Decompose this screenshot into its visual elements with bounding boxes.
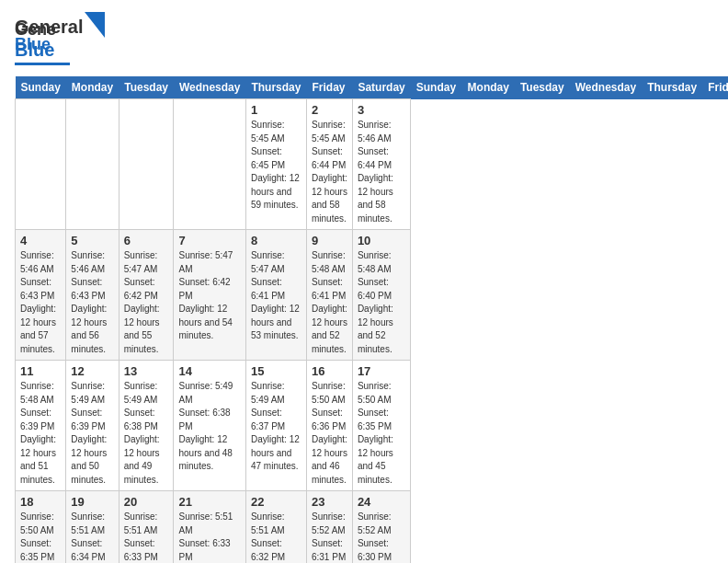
day-number: 11 <box>20 364 61 378</box>
calendar-cell: 13Sunrise: 5:49 AMSunset: 6:38 PMDayligh… <box>119 361 174 491</box>
calendar-cell: 2Sunrise: 5:45 AMSunset: 6:44 PMDaylight… <box>306 99 352 230</box>
calendar-cell <box>119 99 174 230</box>
day-info: Sunrise: 5:49 AMSunset: 6:38 PMDaylight:… <box>124 380 169 487</box>
logo-blue-text: Blue <box>15 40 54 60</box>
day-info: Sunrise: 5:51 AMSunset: 6:33 PMDaylight:… <box>178 511 240 563</box>
calendar-cell: 11Sunrise: 5:48 AMSunset: 6:39 PMDayligh… <box>16 361 66 491</box>
day-number: 12 <box>71 364 113 378</box>
day-number: 2 <box>312 103 347 117</box>
calendar-week-row: 1Sunrise: 5:45 AMSunset: 6:45 PMDaylight… <box>16 99 729 230</box>
calendar-cell: 3Sunrise: 5:46 AMSunset: 6:44 PMDaylight… <box>352 99 410 230</box>
day-number: 19 <box>71 495 113 509</box>
calendar-cell: 8Sunrise: 5:47 AMSunset: 6:41 PMDaylight… <box>245 230 306 361</box>
day-number: 4 <box>20 234 61 247</box>
col-header-friday: Friday <box>702 76 728 99</box>
calendar-week-row: 4Sunrise: 5:46 AMSunset: 6:43 PMDaylight… <box>16 230 729 361</box>
calendar-week-row: 11Sunrise: 5:48 AMSunset: 6:39 PMDayligh… <box>16 361 729 491</box>
day-info: Sunrise: 5:49 AMSunset: 6:39 PMDaylight:… <box>71 380 113 487</box>
logo-line <box>15 63 70 65</box>
logo-arrow-icon <box>85 12 105 38</box>
day-info: Sunrise: 5:48 AMSunset: 6:41 PMDaylight:… <box>312 249 347 356</box>
col-header-wednesday: Wednesday <box>174 76 245 99</box>
day-info: Sunrise: 5:46 AMSunset: 6:44 PMDaylight:… <box>358 119 405 225</box>
day-number: 16 <box>312 364 347 378</box>
day-number: 14 <box>178 364 240 378</box>
col-header-saturday: Saturday <box>352 76 410 99</box>
calendar-header-row: SundayMondayTuesdayWednesdayThursdayFrid… <box>16 76 729 99</box>
day-info: Sunrise: 5:52 AMSunset: 6:31 PMDaylight:… <box>312 511 347 563</box>
day-number: 21 <box>178 495 240 509</box>
day-info: Sunrise: 5:47 AMSunset: 6:42 PMDaylight:… <box>178 249 240 343</box>
col-header-thursday: Thursday <box>642 76 702 99</box>
calendar-cell: 22Sunrise: 5:51 AMSunset: 6:32 PMDayligh… <box>245 491 306 564</box>
col-header-monday: Monday <box>66 76 119 99</box>
col-header-sunday: Sunday <box>16 76 66 99</box>
col-header-tuesday: Tuesday <box>119 76 174 99</box>
calendar-cell: 18Sunrise: 5:50 AMSunset: 6:35 PMDayligh… <box>16 491 66 564</box>
calendar-cell: 24Sunrise: 5:52 AMSunset: 6:30 PMDayligh… <box>352 491 410 564</box>
calendar-cell: 15Sunrise: 5:49 AMSunset: 6:37 PMDayligh… <box>245 361 306 491</box>
day-info: Sunrise: 5:51 AMSunset: 6:34 PMDaylight:… <box>71 511 113 563</box>
calendar-cell <box>16 99 66 230</box>
calendar-cell: 14Sunrise: 5:49 AMSunset: 6:38 PMDayligh… <box>174 361 245 491</box>
day-info: Sunrise: 5:52 AMSunset: 6:30 PMDaylight:… <box>358 511 405 563</box>
calendar-cell: 12Sunrise: 5:49 AMSunset: 6:39 PMDayligh… <box>66 361 119 491</box>
day-info: Sunrise: 5:47 AMSunset: 6:41 PMDaylight:… <box>251 249 301 343</box>
day-number: 17 <box>358 364 405 378</box>
day-info: Sunrise: 5:45 AMSunset: 6:44 PMDaylight:… <box>312 119 347 225</box>
day-number: 1 <box>251 103 301 117</box>
calendar-table: SundayMondayTuesdayWednesdayThursdayFrid… <box>15 76 728 563</box>
col-header-monday: Monday <box>462 76 515 99</box>
calendar-cell: 4Sunrise: 5:46 AMSunset: 6:43 PMDaylight… <box>16 230 66 361</box>
calendar-week-row: 18Sunrise: 5:50 AMSunset: 6:35 PMDayligh… <box>16 491 729 564</box>
day-info: Sunrise: 5:46 AMSunset: 6:43 PMDaylight:… <box>20 249 61 356</box>
calendar-cell: 21Sunrise: 5:51 AMSunset: 6:33 PMDayligh… <box>174 491 245 564</box>
logo: General Blue General Blue <box>15 15 105 65</box>
day-number: 6 <box>124 234 169 247</box>
day-number: 10 <box>358 234 405 247</box>
day-info: Sunrise: 5:48 AMSunset: 6:40 PMDaylight:… <box>358 249 405 356</box>
day-info: Sunrise: 5:47 AMSunset: 6:42 PMDaylight:… <box>124 249 169 356</box>
day-info: Sunrise: 5:45 AMSunset: 6:45 PMDaylight:… <box>251 119 301 213</box>
col-header-wednesday: Wednesday <box>570 76 642 99</box>
day-number: 20 <box>124 495 169 509</box>
day-number: 7 <box>178 234 240 247</box>
day-number: 24 <box>358 495 405 509</box>
page-header: General Blue General Blue <box>15 15 713 65</box>
col-header-sunday: Sunday <box>411 76 462 99</box>
day-number: 13 <box>124 364 169 378</box>
calendar-cell: 10Sunrise: 5:48 AMSunset: 6:40 PMDayligh… <box>352 230 410 361</box>
day-info: Sunrise: 5:50 AMSunset: 6:36 PMDaylight:… <box>312 380 347 487</box>
day-info: Sunrise: 5:50 AMSunset: 6:35 PMDaylight:… <box>358 380 405 487</box>
logo-general-text: General <box>15 17 83 38</box>
calendar-cell: 9Sunrise: 5:48 AMSunset: 6:41 PMDaylight… <box>306 230 352 361</box>
day-info: Sunrise: 5:50 AMSunset: 6:35 PMDaylight:… <box>20 511 61 563</box>
calendar-cell: 16Sunrise: 5:50 AMSunset: 6:36 PMDayligh… <box>306 361 352 491</box>
calendar-cell: 20Sunrise: 5:51 AMSunset: 6:33 PMDayligh… <box>119 491 174 564</box>
day-info: Sunrise: 5:46 AMSunset: 6:43 PMDaylight:… <box>71 249 113 356</box>
calendar-cell: 6Sunrise: 5:47 AMSunset: 6:42 PMDaylight… <box>119 230 174 361</box>
calendar-cell: 19Sunrise: 5:51 AMSunset: 6:34 PMDayligh… <box>66 491 119 564</box>
calendar-cell: 1Sunrise: 5:45 AMSunset: 6:45 PMDaylight… <box>245 99 306 230</box>
day-info: Sunrise: 5:49 AMSunset: 6:38 PMDaylight:… <box>178 380 240 474</box>
col-header-thursday: Thursday <box>245 76 306 99</box>
day-number: 3 <box>358 103 405 117</box>
calendar-cell: 17Sunrise: 5:50 AMSunset: 6:35 PMDayligh… <box>352 361 410 491</box>
day-info: Sunrise: 5:48 AMSunset: 6:39 PMDaylight:… <box>20 380 61 487</box>
calendar-cell: 7Sunrise: 5:47 AMSunset: 6:42 PMDaylight… <box>174 230 245 361</box>
day-info: Sunrise: 5:49 AMSunset: 6:37 PMDaylight:… <box>251 380 301 474</box>
day-number: 15 <box>251 364 301 378</box>
day-number: 22 <box>251 495 301 509</box>
calendar-cell <box>174 99 245 230</box>
day-info: Sunrise: 5:51 AMSunset: 6:33 PMDaylight:… <box>124 511 169 563</box>
calendar-cell <box>66 99 119 230</box>
day-number: 23 <box>312 495 347 509</box>
col-header-tuesday: Tuesday <box>515 76 570 99</box>
day-number: 8 <box>251 234 301 247</box>
col-header-friday: Friday <box>306 76 352 99</box>
day-info: Sunrise: 5:51 AMSunset: 6:32 PMDaylight:… <box>251 511 301 563</box>
day-number: 5 <box>71 234 113 247</box>
calendar-cell: 5Sunrise: 5:46 AMSunset: 6:43 PMDaylight… <box>66 230 119 361</box>
svg-marker-3 <box>85 12 105 38</box>
day-number: 9 <box>312 234 347 247</box>
